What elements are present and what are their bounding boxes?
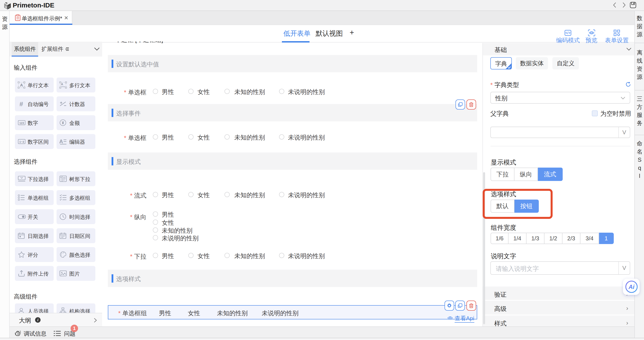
svg-text:123: 123	[19, 121, 24, 125]
svg-text:A: A	[20, 83, 23, 87]
svg-text:#: #	[20, 100, 23, 107]
svg-text:A: A	[60, 138, 63, 144]
svg-text:¥: ¥	[62, 121, 64, 125]
svg-text:1~3: 1~3	[19, 140, 24, 143]
svg-text:Ai: Ai	[628, 284, 634, 290]
svg-text:A: A	[61, 82, 63, 86]
